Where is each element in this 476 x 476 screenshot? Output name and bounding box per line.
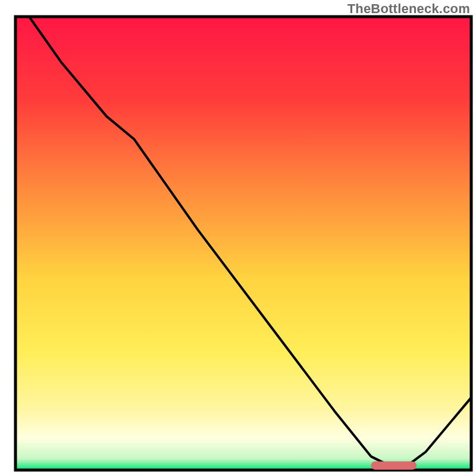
watermark-text: TheBottleneck.com <box>347 1 470 17</box>
gradient-background <box>15 17 471 470</box>
bottleneck-chart: TheBottleneck.com <box>0 0 476 476</box>
chart-plot-area <box>0 0 476 476</box>
optimal-range-marker <box>371 461 416 469</box>
